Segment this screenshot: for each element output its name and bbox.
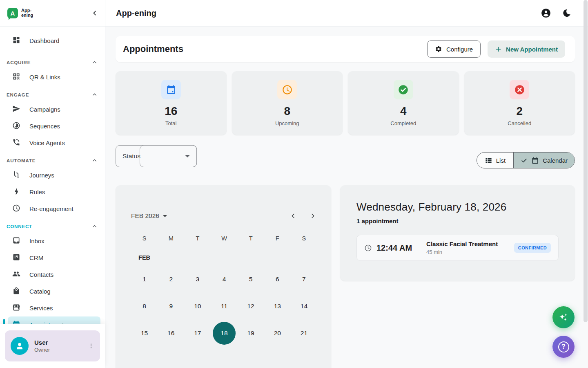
appointment-row[interactable]: 12:44 AM Classic Facial Treatment 45 min… bbox=[356, 235, 559, 261]
sidebar-item-re-engagement[interactable]: Re-engagement bbox=[0, 200, 105, 217]
calendar-day[interactable]: 20 bbox=[264, 320, 291, 347]
kanban-icon bbox=[12, 253, 20, 263]
calendar-day[interactable]: 9 bbox=[158, 293, 184, 320]
calendar-day[interactable]: 14 bbox=[291, 293, 317, 320]
sidebar-section-acquire[interactable]: ACQUIRE bbox=[0, 53, 105, 69]
sidebar-item-label: Dashboard bbox=[29, 37, 59, 44]
calendar-day[interactable]: 19 bbox=[238, 320, 264, 347]
app-root: A App- ening Dashboard ACQUIRE bbox=[0, 0, 588, 368]
toggle-calendar-button[interactable]: Calendar bbox=[513, 153, 575, 168]
sidebar-item-sequences[interactable]: Sequences bbox=[0, 118, 105, 135]
next-month-chevron-icon[interactable] bbox=[308, 211, 317, 220]
toggle-calendar-label: Calendar bbox=[543, 157, 568, 164]
gear-icon bbox=[435, 45, 442, 53]
sidebar-collapse-icon[interactable] bbox=[91, 9, 98, 17]
storefront-icon bbox=[12, 303, 20, 313]
user-name: User bbox=[34, 339, 80, 346]
caret-down-icon bbox=[185, 155, 190, 160]
calendar-day[interactable]: 11 bbox=[211, 293, 237, 320]
sidebar-item-journeys[interactable]: Journeys bbox=[0, 167, 105, 184]
chevron-up-icon bbox=[91, 223, 98, 229]
configure-button[interactable]: Configure bbox=[427, 40, 481, 58]
sidebar-item-crm[interactable]: CRM bbox=[0, 249, 105, 266]
sidebar-item-inbox[interactable]: Inbox bbox=[0, 233, 105, 249]
sidebar-item-label: Inbox bbox=[29, 238, 45, 245]
day-detail-title: Wednesday, February 18, 2026 bbox=[356, 201, 559, 213]
bolt-icon bbox=[12, 187, 20, 197]
sidebar-item-catalog[interactable]: Catalog bbox=[0, 283, 105, 300]
appointment-service: Classic Facial Treatment bbox=[426, 240, 498, 247]
sidebar-footer: User Owner bbox=[0, 324, 105, 368]
sidebar-item-label: Re-engagement bbox=[29, 205, 74, 212]
status-filter-label: Status bbox=[122, 153, 140, 160]
appointment-time: 12:44 AM bbox=[376, 243, 412, 253]
day-header: T bbox=[184, 235, 211, 242]
calendar-day[interactable]: 21 bbox=[291, 320, 317, 347]
sidebar-section-connect[interactable]: CONNECT bbox=[0, 217, 105, 233]
user-menu-kebab-icon[interactable] bbox=[85, 340, 97, 352]
user-role: Owner bbox=[34, 347, 80, 353]
stat-value: 8 bbox=[284, 105, 290, 118]
calendar-day[interactable]: 7 bbox=[291, 266, 317, 293]
stats-row: 16 Total 8 Upcoming 4 Completed bbox=[116, 71, 575, 135]
sidebar-item-dashboard[interactable]: Dashboard bbox=[0, 32, 105, 49]
stat-value: 4 bbox=[400, 105, 407, 118]
help-fab[interactable]: ? bbox=[552, 336, 575, 358]
calendar-day[interactable]: 3 bbox=[184, 266, 211, 293]
sidebar-item-services[interactable]: Services bbox=[0, 300, 105, 316]
day-header: S bbox=[131, 235, 158, 242]
toggle-list-button[interactable]: List bbox=[477, 153, 513, 168]
calendar-day[interactable]: 12 bbox=[238, 293, 264, 320]
sidebar-item-label: Journeys bbox=[29, 172, 54, 179]
calendar-day[interactable]: 18 bbox=[211, 320, 237, 347]
qr-code-icon bbox=[12, 72, 20, 82]
check-icon bbox=[521, 157, 528, 164]
sidebar-item-qr-links[interactable]: QR & Links bbox=[0, 69, 105, 85]
chevron-up-icon bbox=[91, 92, 98, 98]
calendar-day[interactable]: 5 bbox=[238, 266, 264, 293]
calendar-day[interactable]: 8 bbox=[131, 293, 158, 320]
new-appointment-button[interactable]: New Appointment bbox=[488, 40, 565, 58]
user-meta: User Owner bbox=[34, 339, 80, 353]
user-card[interactable]: User Owner bbox=[5, 330, 100, 361]
people-icon bbox=[12, 270, 20, 279]
section-label: ACQUIRE bbox=[7, 60, 31, 65]
sidebar-item-appointments[interactable]: Appointments bbox=[8, 316, 100, 324]
calendar-day[interactable]: 2 bbox=[158, 266, 184, 293]
calendar-day[interactable]: 1 bbox=[131, 266, 158, 293]
sidebar-item-rules[interactable]: Rules bbox=[0, 184, 105, 200]
sidebar-item-label: Services bbox=[29, 305, 53, 312]
topbar-title: App-ening bbox=[116, 9, 156, 18]
calendar-day[interactable]: 13 bbox=[264, 293, 291, 320]
sparkles-icon bbox=[558, 312, 569, 323]
month-selector[interactable]: FEB 2026 bbox=[131, 212, 167, 220]
sidebar-item-campaigns[interactable]: Campaigns bbox=[0, 101, 105, 118]
main-content: Appointments Configure New Appointment bbox=[105, 26, 588, 368]
page-title: Appointments bbox=[123, 44, 183, 54]
stat-card-upcoming: 8 Upcoming bbox=[232, 71, 343, 135]
calendar-day[interactable]: 10 bbox=[184, 293, 211, 320]
calendar-day[interactable]: 17 bbox=[184, 320, 211, 347]
phone-in-talk-icon bbox=[12, 138, 20, 148]
sidebar-section-automate[interactable]: AUTOMATE bbox=[0, 151, 105, 167]
calendar-day[interactable]: 15 bbox=[131, 320, 158, 347]
prev-month-chevron-icon[interactable] bbox=[289, 211, 298, 220]
account-icon[interactable] bbox=[541, 8, 551, 18]
dark-mode-moon-icon[interactable] bbox=[562, 8, 572, 18]
sidebar-item-label: CRM bbox=[29, 254, 43, 261]
calendar-weeks: 123456789101112131415161718192021 bbox=[131, 266, 317, 347]
view-toggle: List Calendar bbox=[477, 152, 575, 168]
ai-assistant-fab[interactable] bbox=[552, 306, 575, 328]
sidebar-section-engage[interactable]: ENGAGE bbox=[0, 85, 105, 101]
scrollbar[interactable] bbox=[584, 0, 588, 322]
filter-row: Status List Calendar bbox=[116, 145, 575, 168]
calendar-day[interactable]: 4 bbox=[211, 266, 237, 293]
sidebar-header: A App- ening bbox=[0, 0, 105, 26]
sidebar-item-voice-agents[interactable]: Voice Agents bbox=[0, 135, 105, 151]
sidebar-item-contacts[interactable]: Contacts bbox=[0, 266, 105, 283]
status-filter-select[interactable]: Status bbox=[116, 145, 197, 167]
calendar-day[interactable]: 6 bbox=[264, 266, 291, 293]
user-avatar bbox=[11, 337, 29, 355]
stat-value: 2 bbox=[516, 105, 523, 118]
calendar-day[interactable]: 16 bbox=[158, 320, 184, 347]
